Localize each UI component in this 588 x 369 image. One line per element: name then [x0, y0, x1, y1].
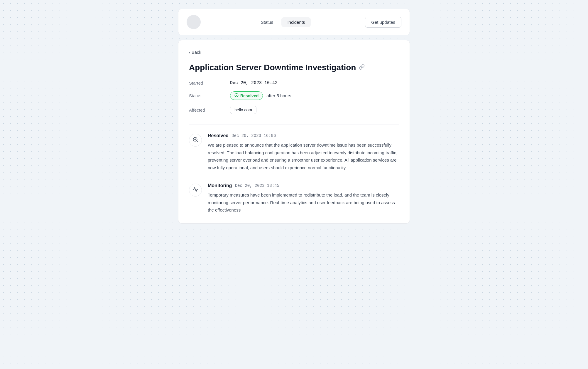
resolved-header: Resolved Dec 20, 2023 16:06 — [208, 133, 399, 138]
incident-title-text: Application Server Downtime Investigatio… — [189, 63, 356, 72]
timeline-entry-monitoring: Monitoring Dec 20, 2023 13:45 Temporary … — [189, 183, 399, 214]
affected-row: Affected hello.com — [189, 106, 399, 114]
monitoring-header: Monitoring Dec 20, 2023 13:45 — [208, 183, 399, 188]
content-card: ‹ Back Application Server Downtime Inves… — [178, 40, 410, 224]
svg-line-2 — [197, 140, 198, 142]
back-chevron-icon: ‹ — [189, 50, 190, 55]
monitoring-body: Temporary measures have been implemented… — [208, 191, 399, 214]
after-text: after 5 hours — [266, 93, 291, 98]
monitoring-time: Dec 20, 2023 13:45 — [235, 183, 279, 188]
timeline-entry-resolved: Resolved Dec 20, 2023 16:06 We are pleas… — [189, 133, 399, 171]
affected-label: Affected — [189, 108, 230, 113]
tab-incidents[interactable]: Incidents — [281, 17, 311, 27]
resolved-status: Resolved — [208, 133, 229, 138]
search-zoom-icon — [192, 137, 198, 144]
resolved-time: Dec 20, 2023 16:06 — [232, 133, 276, 138]
timeline: Resolved Dec 20, 2023 16:06 We are pleas… — [189, 133, 399, 214]
monitoring-icon-wrapper — [189, 184, 202, 197]
back-label: Back — [192, 50, 201, 55]
affected-chip: hello.com — [230, 106, 256, 114]
status-row: Status Resolved after 5 hours — [189, 91, 399, 100]
nav-card: Status Incidents Get updates — [178, 9, 410, 35]
incident-title: Application Server Downtime Investigatio… — [189, 63, 399, 72]
link-icon[interactable] — [359, 64, 365, 71]
tab-status[interactable]: Status — [255, 17, 279, 27]
started-value: Dec 20, 2023 10:42 — [230, 80, 278, 85]
activity-icon — [192, 187, 198, 194]
nav-tabs: Status Incidents — [255, 17, 311, 27]
status-badge: Resolved — [230, 91, 263, 100]
resolved-content: Resolved Dec 20, 2023 16:06 We are pleas… — [208, 133, 399, 171]
resolved-check-icon — [234, 93, 239, 98]
started-row: Started Dec 20, 2023 10:42 — [189, 80, 399, 85]
status-label: Status — [189, 93, 230, 98]
resolved-icon-wrapper — [189, 134, 202, 147]
divider — [189, 125, 399, 125]
meta-table: Started Dec 20, 2023 10:42 Status Resolv… — [189, 80, 399, 114]
page-wrapper: Status Incidents Get updates ‹ Back Appl… — [178, 9, 410, 224]
get-updates-button[interactable]: Get updates — [365, 17, 401, 28]
started-label: Started — [189, 80, 230, 85]
monitoring-content: Monitoring Dec 20, 2023 13:45 Temporary … — [208, 183, 399, 214]
monitoring-status: Monitoring — [208, 183, 232, 188]
logo — [187, 15, 201, 29]
status-value: Resolved — [240, 93, 258, 98]
resolved-body: We are pleased to announce that the appl… — [208, 141, 399, 171]
back-link[interactable]: ‹ Back — [189, 50, 399, 55]
